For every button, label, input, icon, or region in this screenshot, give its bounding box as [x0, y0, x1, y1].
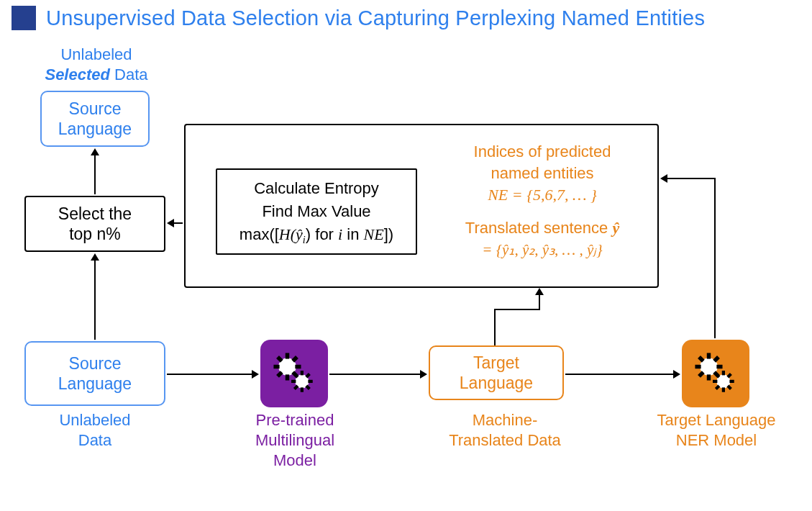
arrow-source-up-select [89, 253, 101, 340]
calc-l3-NE: NE [364, 225, 384, 243]
svg-rect-25 [707, 374, 711, 380]
pretrained-model-node [260, 340, 328, 407]
indices-l3: NE = {5,6,7, … } [442, 184, 643, 206]
label-machine-translated: Machine- Translated Data [432, 410, 578, 451]
svg-point-9 [284, 363, 291, 371]
header-line2: Selected Data [32, 65, 161, 85]
header-line2-tail: Data [110, 65, 148, 83]
label-pretrained-model: Pre-trained Multilingual Model [229, 410, 361, 471]
svg-point-39 [721, 379, 726, 384]
svg-rect-3 [295, 365, 301, 368]
svg-rect-11 [301, 371, 304, 375]
gears-icon [691, 349, 740, 398]
svg-point-19 [299, 379, 304, 384]
source-language-unlabeled-box: Source Language [24, 341, 165, 406]
calc-l3-H: H [279, 225, 291, 243]
calc-line1: Calculate Entropy [217, 177, 416, 200]
entropy-computation-panel: Calculate Entropy Find Max Value max([H(… [184, 124, 659, 288]
selected-data-header: Unlabeled Selected Data [32, 45, 161, 85]
indices-l1: Indices of predicted [442, 141, 643, 163]
svg-rect-35 [722, 387, 725, 392]
target-language-label: Target Language [460, 353, 533, 393]
calc-l3-mid: ) for [306, 225, 338, 243]
arrow-ner-up-indices [660, 173, 718, 338]
svg-point-29 [706, 363, 713, 371]
calc-l3-close: ]) [384, 225, 393, 243]
translated-l1-yhat: ŷ [612, 219, 619, 237]
ner-model-node [682, 340, 749, 407]
svg-marker-53 [660, 174, 667, 183]
header-line1: Unlabeled [32, 45, 161, 65]
svg-marker-41 [252, 370, 259, 379]
page-title: Unsupervised Data Selection via Capturin… [46, 6, 705, 30]
svg-marker-45 [673, 370, 680, 379]
arrow-model-to-target [329, 368, 427, 380]
source-language-unlabeled-label: Source Language [58, 353, 132, 394]
calc-line2: Find Max Value [217, 200, 416, 223]
calc-entropy-box: Calculate Entropy Find Max Value max([H(… [216, 168, 417, 255]
calc-l3-prefix: max([ [240, 225, 279, 243]
calc-l3-in: in [342, 225, 363, 243]
title-row: Unsupervised Data Selection via Capturin… [12, 6, 705, 30]
title-bullet-icon [12, 6, 36, 30]
svg-rect-13 [308, 380, 312, 383]
svg-rect-37 [713, 380, 717, 383]
indices-block: Indices of predicted named entities NE =… [442, 141, 643, 206]
translated-l1-prefix: Translated sentence [465, 219, 613, 237]
svg-rect-17 [291, 380, 296, 383]
svg-rect-1 [286, 353, 289, 358]
svg-marker-51 [167, 219, 174, 227]
svg-rect-23 [716, 365, 722, 368]
translated-block: Translated sentence ŷ = {ŷ₁, ŷ₂, ŷ₃, … ,… [434, 217, 650, 261]
svg-rect-31 [722, 371, 725, 375]
calc-line3: max([H(ŷi) for i in NE]) [217, 223, 416, 251]
translated-l1: Translated sentence ŷ [434, 217, 650, 239]
svg-marker-52 [535, 288, 544, 295]
svg-rect-27 [695, 365, 701, 368]
svg-rect-7 [273, 365, 279, 368]
svg-rect-21 [707, 353, 711, 358]
label-ner-model: Target Language NER Model [636, 410, 797, 451]
calc-l3-of: (ŷ [291, 225, 303, 243]
arrow-bigbox-to-select [167, 217, 183, 229]
target-language-box: Target Language [429, 345, 564, 400]
source-language-selected-box: Source Language [40, 91, 150, 147]
arrow-select-up-sourcetop [89, 148, 101, 194]
svg-marker-47 [91, 253, 99, 261]
gears-icon [270, 349, 319, 398]
select-top-n-label: Select the top n% [58, 204, 132, 244]
arrow-source-to-model [167, 368, 259, 380]
arrow-target-up-bigbox [495, 288, 552, 345]
translated-l2: = {ŷ₁, ŷ₂, ŷ₃, … , ŷⱼ} [434, 239, 650, 261]
svg-rect-15 [301, 387, 304, 392]
indices-l2: named entities [442, 163, 643, 184]
header-selected-word: Selected [45, 65, 110, 83]
arrow-target-to-ner [565, 368, 680, 380]
svg-rect-33 [729, 380, 734, 383]
svg-marker-49 [91, 148, 99, 155]
svg-rect-5 [286, 374, 289, 380]
source-language-selected-label: Source Language [58, 99, 132, 139]
select-top-n-box: Select the top n% [24, 196, 165, 252]
svg-marker-43 [420, 370, 427, 379]
label-unlabeled-data: Unlabeled Data [43, 410, 147, 451]
